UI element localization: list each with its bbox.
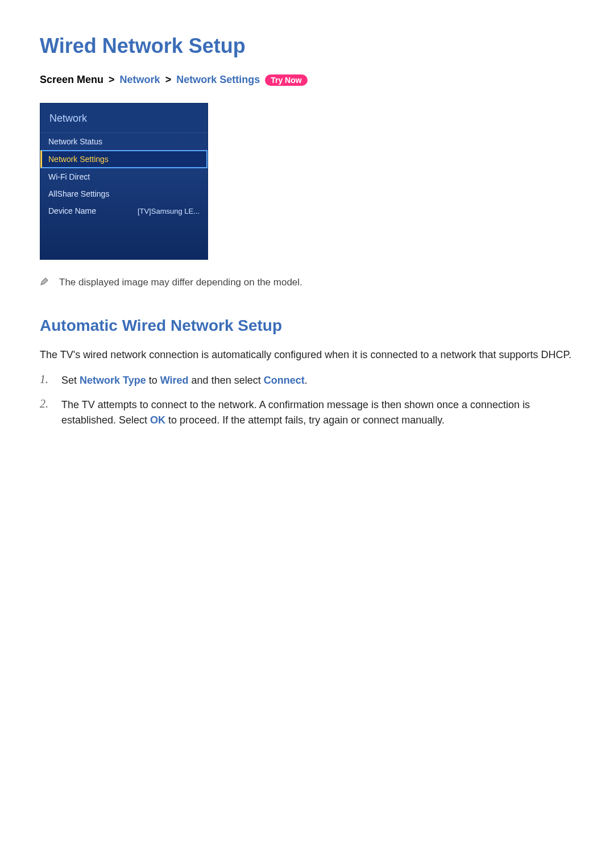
step-text-part: Set xyxy=(61,375,80,386)
breadcrumb-sep-1: > xyxy=(109,74,115,85)
step-text: The TV attempts to connect to the networ… xyxy=(61,397,574,428)
menu-item-network-settings[interactable]: Network Settings xyxy=(40,150,208,168)
menu-item-device-name[interactable]: Device Name [TV]Samsung LE... xyxy=(40,202,208,219)
note-text: The displayed image may differ depending… xyxy=(59,277,302,288)
menu-item-label: Network Status xyxy=(48,137,102,146)
menu-item-value: [TV]Samsung LE... xyxy=(138,207,200,215)
try-now-badge[interactable]: Try Now xyxy=(265,74,307,86)
menu-item-network-status[interactable]: Network Status xyxy=(40,133,208,150)
menu-item-wifi-direct[interactable]: Wi-Fi Direct xyxy=(40,168,208,185)
keyword-network-type: Network Type xyxy=(80,375,146,386)
keyword-connect: Connect xyxy=(264,375,305,386)
menu-item-allshare-settings[interactable]: AllShare Settings xyxy=(40,185,208,202)
menu-item-label: Device Name xyxy=(48,206,96,215)
step-text-part: . xyxy=(305,375,308,386)
section-title: Automatic Wired Network Setup xyxy=(40,317,574,335)
menu-header: Network xyxy=(40,103,208,133)
menu-spacer xyxy=(40,219,208,259)
steps-list: 1. Set Network Type to Wired and then se… xyxy=(40,373,574,428)
menu-item-label: Wi-Fi Direct xyxy=(48,172,90,181)
step-text: Set Network Type to Wired and then selec… xyxy=(61,373,308,388)
breadcrumb-prefix: Screen Menu xyxy=(40,74,103,85)
page-title: Wired Network Setup xyxy=(40,34,574,58)
step-2: 2. The TV attempts to connect to the net… xyxy=(40,397,574,428)
menu-item-label: Network Settings xyxy=(48,155,109,164)
document-page: Wired Network Setup Screen Menu > Networ… xyxy=(0,0,614,471)
breadcrumb: Screen Menu > Network > Network Settings… xyxy=(40,74,574,86)
menu-item-label: AllShare Settings xyxy=(48,189,109,198)
network-menu-panel: Network Network Status Network Settings … xyxy=(40,103,208,260)
keyword-ok: OK xyxy=(150,414,165,426)
step-text-part: and then select xyxy=(189,375,264,386)
breadcrumb-network[interactable]: Network xyxy=(120,74,160,85)
step-text-part: to xyxy=(146,375,160,386)
step-text-part: to proceed. If the attempt fails, try ag… xyxy=(165,414,445,426)
section-intro: The TV's wired network connection is aut… xyxy=(40,347,574,363)
step-number: 1. xyxy=(40,373,52,386)
breadcrumb-network-settings[interactable]: Network Settings xyxy=(176,74,260,85)
note-row: The displayed image may differ depending… xyxy=(40,277,574,288)
keyword-wired: Wired xyxy=(160,375,189,386)
pencil-icon xyxy=(40,277,49,288)
step-1: 1. Set Network Type to Wired and then se… xyxy=(40,373,574,388)
step-number: 2. xyxy=(40,397,52,410)
breadcrumb-sep-2: > xyxy=(165,74,172,85)
